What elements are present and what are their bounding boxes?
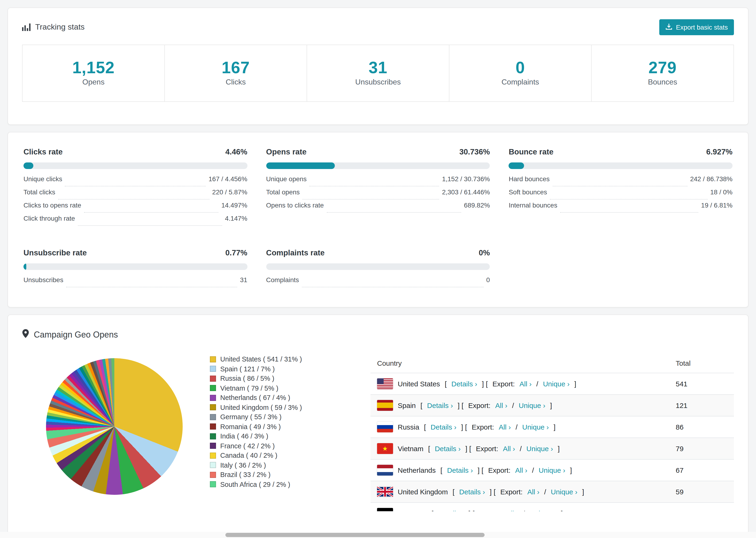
legend-swatch bbox=[210, 366, 216, 372]
stat-value: 0 bbox=[449, 58, 591, 77]
legend-item-south-africa: South Africa ( 29 / 2% ) bbox=[210, 480, 351, 489]
export-prefix: Export: bbox=[479, 510, 502, 511]
country-name: United States bbox=[398, 380, 440, 388]
dashboard-viewport: Tracking stats Export basic stats 1,152O… bbox=[0, 0, 756, 538]
details-link[interactable]: Details › bbox=[427, 402, 453, 409]
legend-label: Vietnam ( 79 / 5% ) bbox=[220, 383, 279, 393]
export-all-link[interactable]: All › bbox=[515, 466, 527, 474]
bracket-text: ] [ bbox=[477, 466, 483, 474]
rate-title: Clicks rate bbox=[24, 147, 63, 156]
legend-item-united-states: United States ( 541 / 31% ) bbox=[210, 354, 351, 364]
bracket-text: ] [ bbox=[490, 488, 496, 496]
tracking-stats-page: Tracking stats Export basic stats 1,152O… bbox=[0, 0, 756, 538]
export-unique-link[interactable]: Unique › bbox=[526, 445, 553, 453]
geo-table-row-netherlands: Netherlands [Details ›] [Export: All › /… bbox=[370, 459, 734, 481]
metric-row-unique-opens: Unique opens1,152 / 30.736% bbox=[266, 175, 490, 188]
country-name: Russia bbox=[398, 423, 419, 431]
details-link[interactable]: Details › bbox=[438, 510, 464, 511]
export-unique-link[interactable]: Unique › bbox=[539, 466, 565, 474]
dotted-leader bbox=[553, 186, 687, 187]
export-unique-link[interactable]: Unique › bbox=[519, 402, 545, 409]
legend-item-india: India ( 46 / 3% ) bbox=[210, 431, 351, 441]
legend-swatch bbox=[210, 376, 216, 382]
details-link[interactable]: Details › bbox=[447, 466, 473, 474]
stat-label: Bounces bbox=[592, 78, 733, 86]
dotted-leader bbox=[302, 287, 483, 287]
country-cell: Spain [Details ›] [Export: All › / Uniqu… bbox=[377, 400, 676, 411]
details-link[interactable]: Details › bbox=[431, 423, 457, 431]
export-basic-stats-button[interactable]: Export basic stats bbox=[659, 19, 734, 35]
legend-label: Netherlands ( 67 / 4% ) bbox=[220, 393, 290, 403]
legend-label: Russia ( 86 / 5% ) bbox=[220, 374, 274, 383]
bracket-text: [ bbox=[431, 510, 433, 511]
country-cell: Netherlands [Details ›] [Export: All › /… bbox=[377, 465, 676, 476]
flag-vn-icon: ★ bbox=[377, 443, 393, 454]
legend-item-russia: Russia ( 86 / 5% ) bbox=[210, 374, 351, 383]
export-all-link[interactable]: All › bbox=[519, 380, 532, 388]
export-all-link[interactable]: All › bbox=[499, 423, 511, 431]
metric-value: 2,303 / 61.446% bbox=[442, 188, 490, 196]
rate-progress-bar bbox=[266, 162, 490, 169]
rate-value: 30.736% bbox=[459, 147, 490, 156]
separator-text: / bbox=[520, 445, 522, 453]
tracking-stats-title-text: Tracking stats bbox=[35, 23, 84, 32]
geo-opens-legend: United States ( 541 / 31% )Spain ( 121 /… bbox=[210, 354, 351, 489]
horizontal-scrollbar-thumb[interactable] bbox=[225, 533, 485, 537]
export-all-link[interactable]: All › bbox=[495, 402, 507, 409]
details-link[interactable]: Details › bbox=[451, 380, 477, 388]
separator-text: / bbox=[512, 402, 514, 409]
metric-rows: Unique clicks167 / 4.456%Total clicks220… bbox=[24, 175, 247, 228]
stat-label: Complaints bbox=[449, 78, 591, 86]
dotted-leader bbox=[65, 186, 206, 187]
rates-grid: Clicks rate4.46%Unique clicks167 / 4.456… bbox=[24, 147, 732, 289]
legend-swatch bbox=[210, 433, 216, 439]
details-link[interactable]: Details › bbox=[435, 445, 460, 453]
rate-progress-bar bbox=[266, 263, 490, 270]
export-all-link[interactable]: All › bbox=[506, 510, 518, 511]
stat-value: 1,152 bbox=[23, 58, 164, 77]
dotted-leader bbox=[560, 212, 698, 213]
metric-label: Complaints bbox=[266, 276, 299, 284]
bracket-text: ] bbox=[554, 423, 556, 431]
export-all-link[interactable]: All › bbox=[503, 445, 515, 453]
export-unique-link[interactable]: Unique › bbox=[530, 510, 556, 511]
legend-label: United Kingdom ( 59 / 3% ) bbox=[220, 403, 302, 412]
legend-swatch bbox=[210, 404, 216, 410]
export-prefix: Export: bbox=[476, 445, 498, 453]
legend-item-germany: Germany ( 55 / 3% ) bbox=[210, 412, 351, 422]
export-prefix: Export: bbox=[493, 380, 515, 388]
country-cell: Russia [Details ›] [Export: All › / Uniq… bbox=[377, 422, 676, 432]
total-cell: 59 bbox=[676, 488, 728, 496]
separator-text: / bbox=[523, 510, 525, 511]
legend-label: Canada ( 40 / 2% ) bbox=[220, 451, 277, 460]
stat-value: 31 bbox=[307, 58, 449, 77]
rate-progress-fill bbox=[509, 162, 524, 169]
campaign-geo-opens-title: Campaign Geo Opens bbox=[34, 330, 118, 340]
rate-value: 4.46% bbox=[225, 147, 247, 156]
unsubscribe-rate-section: Unsubscribe rate0.77%Unsubscribes31 bbox=[24, 248, 247, 289]
metric-value: 18 / 0% bbox=[710, 188, 732, 196]
rate-progress-fill bbox=[24, 263, 26, 270]
separator-text: / bbox=[532, 466, 534, 474]
flag-star: ★ bbox=[382, 446, 388, 452]
total-header: Total bbox=[676, 359, 728, 367]
export-unique-link[interactable]: Unique › bbox=[543, 380, 569, 388]
country-name: United Kingdom bbox=[398, 488, 448, 496]
legend-item-canada: Canada ( 40 / 2% ) bbox=[210, 451, 351, 460]
campaign-geo-opens-header: Campaign Geo Opens bbox=[22, 327, 734, 341]
export-unique-link[interactable]: Unique › bbox=[522, 423, 549, 431]
export-all-link[interactable]: All › bbox=[527, 488, 540, 496]
metric-rows: Hard bounces242 / 86.738%Soft bounces18 … bbox=[509, 175, 732, 215]
rate-head: Opens rate30.736% bbox=[266, 147, 490, 156]
stat-value: 167 bbox=[165, 58, 307, 77]
geo-opens-pie-chart bbox=[46, 358, 183, 495]
geo-table-row-russia: Russia [Details ›] [Export: All › / Uniq… bbox=[370, 416, 734, 438]
tracking-stats-card: Tracking stats Export basic stats 1,152O… bbox=[8, 8, 748, 125]
rate-head: Complaints rate0% bbox=[266, 248, 490, 257]
dotted-leader bbox=[550, 199, 707, 199]
export-prefix: Export: bbox=[500, 488, 523, 496]
export-unique-link[interactable]: Unique › bbox=[551, 488, 577, 496]
stat-opens: 1,152Opens bbox=[23, 45, 164, 101]
horizontal-scrollbar-track[interactable] bbox=[0, 532, 756, 538]
details-link[interactable]: Details › bbox=[459, 488, 485, 496]
